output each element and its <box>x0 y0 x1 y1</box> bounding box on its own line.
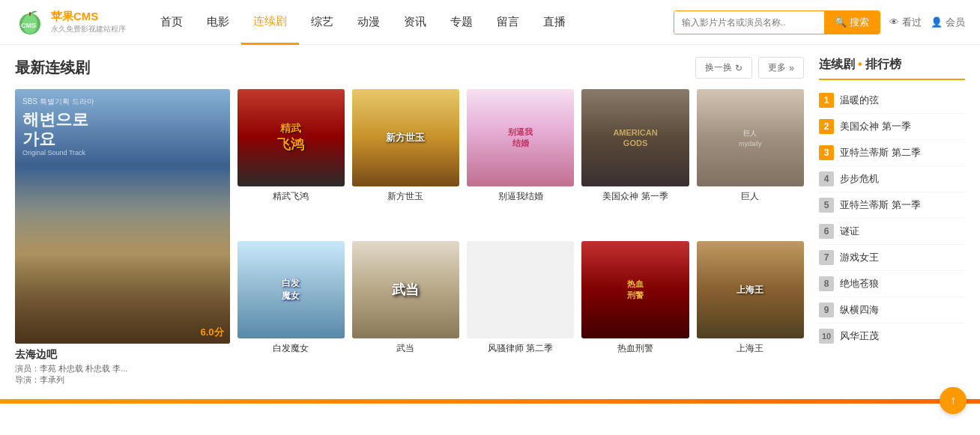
card-biebi[interactable]: 别逼我结婚 别逼我结婚 <box>467 89 574 234</box>
rank-item-5[interactable]: 5 亚特兰蒂斯 第一季 <box>819 192 965 219</box>
rank-num-6: 6 <box>819 224 834 239</box>
logo-icon: CMS <box>15 7 45 37</box>
more-button[interactable]: 更多 » <box>758 57 804 79</box>
rank-item-9[interactable]: 9 纵横四海 <box>819 297 965 323</box>
featured-title: 去海边吧 <box>15 348 230 362</box>
rank-name-4: 步步危机 <box>840 172 879 186</box>
search-input[interactable] <box>674 11 824 34</box>
nav-item-movie[interactable]: 电影 <box>195 0 241 45</box>
card-amgods[interactable]: AMERICANGODS 美国众神 第一季 <box>581 89 689 234</box>
rank-name-1: 温暖的弦 <box>840 94 879 107</box>
card-title-amgods: 美国众神 第一季 <box>581 190 689 203</box>
sidebar: 连续剧 • 排行榜 1 温暖的弦 2 美国众神 第一季 3 亚特兰蒂斯 第二季 … <box>819 57 965 386</box>
card-title-biebi: 别逼我结婚 <box>467 190 574 203</box>
sidebar-subtitle: 排行榜 <box>865 57 901 73</box>
svg-rect-2 <box>29 12 31 16</box>
nav-item-news[interactable]: 资讯 <box>392 0 438 45</box>
header: CMS 苹果CMS 永久免费影视建站程序 首页 电影 连续剧 综艺 动漫 资讯 … <box>0 0 980 45</box>
card-title-bfmw: 白发魔女 <box>238 342 345 355</box>
card-bfmw[interactable]: 白发魔女 白发魔女 <box>238 241 345 386</box>
rank-num-2: 2 <box>819 119 834 134</box>
nav-item-anime[interactable]: 动漫 <box>345 0 392 45</box>
more-label: 更多 <box>768 61 786 74</box>
logo[interactable]: CMS 苹果CMS 永久免费影视建站程序 <box>15 7 126 37</box>
card-img-amgods: AMERICANGODS <box>581 89 689 186</box>
nav-item-message[interactable]: 留言 <box>485 0 531 45</box>
nav-item-live[interactable]: 直播 <box>531 0 578 45</box>
rank-name-3: 亚特兰蒂斯 第二季 <box>840 146 921 159</box>
refresh-icon: ↻ <box>735 63 742 73</box>
card-wudang[interactable]: 武当 武当 <box>352 241 459 386</box>
refresh-label: 换一换 <box>705 61 732 74</box>
card-title-jingwu: 精武飞鸿 <box>238 190 345 203</box>
rank-name-2: 美国众神 第一季 <box>840 120 911 133</box>
card-jingwu[interactable]: 精武飞鸿 精武飞鸿 <box>238 89 345 234</box>
watched-link[interactable]: 👁 看过 <box>889 16 922 29</box>
rank-item-8[interactable]: 8 绝地苍狼 <box>819 271 965 297</box>
section-title: 最新连续剧 <box>15 58 695 78</box>
nav-item-home[interactable]: 首页 <box>148 0 195 45</box>
search-button[interactable]: 🔍 搜索 <box>824 11 880 34</box>
featured-actors: 演员：李苑 朴忠载 朴忠载 李... <box>15 363 230 374</box>
nav-item-variety[interactable]: 综艺 <box>299 0 345 45</box>
featured-card[interactable]: SBS 특별기획 드라마 해변으로가요 Original Sound Track… <box>15 89 230 386</box>
card-img-shanghai: 上海王 <box>697 241 804 338</box>
card-img-jingwu: 精武飞鸿 <box>238 89 345 186</box>
more-icon: » <box>789 63 794 73</box>
card-saul[interactable]: 风骚律师 第二季 <box>467 241 574 386</box>
logo-text: 苹果CMS 永久免费影视建站程序 <box>51 10 126 34</box>
nav-item-drama[interactable]: 连续剧 <box>241 0 299 45</box>
logo-subtitle: 永久免费影视建站程序 <box>51 24 126 34</box>
card-shanghai[interactable]: 上海王 上海王 <box>697 241 804 386</box>
card-img-xinfang: 新方世玉 <box>352 89 459 186</box>
search-icon: 🔍 <box>835 16 847 28</box>
featured-director: 导演：李承列 <box>15 374 230 386</box>
rank-num-1: 1 <box>819 93 834 108</box>
rank-name-9: 纵横四海 <box>840 303 879 317</box>
card-xinfang[interactable]: 新方世玉 新方世玉 <box>352 89 459 234</box>
refresh-button[interactable]: 换一换 ↻ <box>695 57 752 79</box>
rank-list: 1 温暖的弦 2 美国众神 第一季 3 亚特兰蒂斯 第二季 4 步步危机 5 亚… <box>819 88 965 349</box>
rank-num-9: 9 <box>819 302 834 317</box>
rank-name-10: 风华正茂 <box>840 329 879 343</box>
card-crime[interactable]: 热血刑警 热血刑警 <box>581 241 689 386</box>
card-img-biebi: 别逼我结婚 <box>467 89 574 186</box>
featured-score: 6.0分 <box>200 326 223 339</box>
content-area: 最新连续剧 换一换 ↻ 更多 » SBS 특별기획 드라마 해변으로가요 <box>15 57 804 386</box>
bottom-bar <box>0 399 980 404</box>
rank-num-5: 5 <box>819 198 834 213</box>
user-icon: 👤 <box>931 16 943 28</box>
rank-name-8: 绝地苍狼 <box>840 277 879 290</box>
rank-name-5: 亚特兰蒂斯 第一季 <box>840 198 921 212</box>
card-img-crime: 热血刑警 <box>581 241 689 338</box>
card-title-shanghai: 上海王 <box>697 342 804 355</box>
member-label: 会员 <box>946 16 965 29</box>
card-title-xinfang: 新方世玉 <box>352 190 459 203</box>
cards-container: SBS 특별기획 드라마 해변으로가요 Original Sound Track… <box>15 89 804 386</box>
nav-item-topic[interactable]: 专题 <box>438 0 485 45</box>
rank-name-7: 游戏女王 <box>840 251 879 264</box>
svg-text:CMS: CMS <box>21 22 36 29</box>
rank-item-2[interactable]: 2 美国众神 第一季 <box>819 114 965 140</box>
rank-item-6[interactable]: 6 谜证 <box>819 219 965 245</box>
card-img-giant: 巨人 mydaily <box>697 89 804 186</box>
rank-item-4[interactable]: 4 步步危机 <box>819 166 965 192</box>
rank-num-8: 8 <box>819 276 834 291</box>
rank-item-10[interactable]: 10 风华正茂 <box>819 323 965 349</box>
rank-item-7[interactable]: 7 游戏女王 <box>819 245 965 271</box>
main-content: 最新连续剧 换一换 ↻ 更多 » SBS 특별기획 드라마 해변으로가요 <box>0 45 980 393</box>
rank-item-1[interactable]: 1 温暖的弦 <box>819 88 965 114</box>
search-box: 🔍 搜索 <box>674 10 880 34</box>
rank-name-6: 谜证 <box>840 225 859 238</box>
main-nav: 首页 电影 连续剧 综艺 动漫 资讯 专题 留言 直播 <box>148 0 578 45</box>
rank-item-3[interactable]: 3 亚特兰蒂斯 第二季 <box>819 140 965 166</box>
rank-num-10: 10 <box>819 329 834 344</box>
sidebar-dot: • <box>858 58 862 71</box>
sidebar-title-text: 连续剧 <box>819 57 855 73</box>
featured-img-box: SBS 특별기획 드라마 해변으로가요 Original Sound Track… <box>15 89 230 344</box>
eye-icon: 👁 <box>889 16 899 28</box>
rank-num-7: 7 <box>819 250 834 265</box>
member-link[interactable]: 👤 会员 <box>931 16 965 29</box>
card-img-wudang: 武当 <box>352 241 459 338</box>
card-giant[interactable]: 巨人 mydaily 巨人 <box>697 89 804 234</box>
